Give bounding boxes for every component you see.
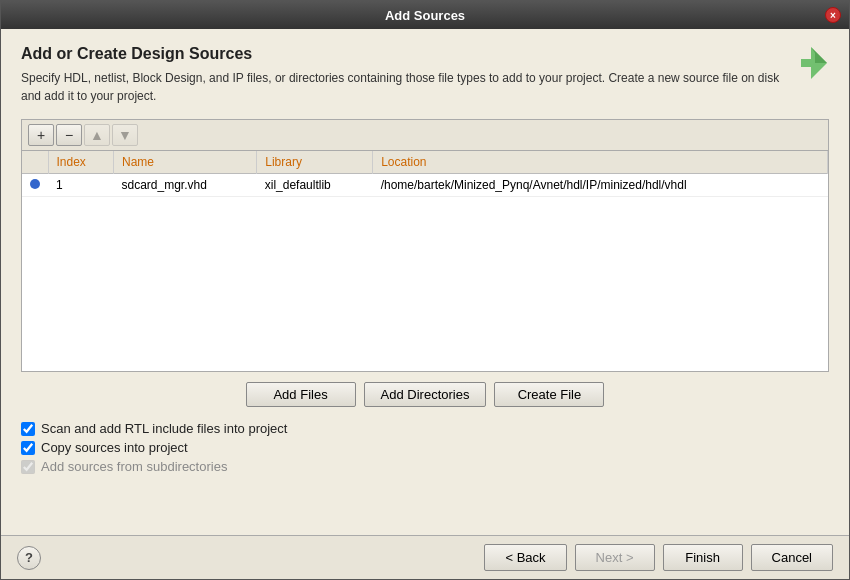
xilinx-logo: [793, 45, 829, 81]
move-up-button[interactable]: ▲: [84, 124, 110, 146]
add-source-button[interactable]: +: [28, 124, 54, 146]
header-text: Add or Create Design Sources Specify HDL…: [21, 45, 783, 105]
col-indicator: [22, 151, 48, 174]
create-file-button[interactable]: Create File: [494, 382, 604, 407]
scan-rtl-row: Scan and add RTL include files into proj…: [21, 421, 829, 436]
page-title: Add or Create Design Sources: [21, 45, 783, 63]
add-icon: +: [37, 127, 45, 143]
table-row[interactable]: 1sdcard_mgr.vhdxil_defaultlib/home/barte…: [22, 174, 828, 197]
add-files-button[interactable]: Add Files: [246, 382, 356, 407]
finish-label: Finish: [685, 550, 720, 565]
window: Add Sources × Add or Create Design Sourc…: [0, 0, 850, 580]
title-bar: Add Sources ×: [1, 1, 849, 29]
table-container: Index Name Library Location 1sdcard_mgr.…: [22, 151, 828, 371]
options-section: Scan and add RTL include files into proj…: [21, 417, 829, 482]
bottom-left: ?: [17, 546, 41, 570]
row-index: 1: [48, 174, 113, 197]
page-description: Specify HDL, netlist, Block Design, and …: [21, 69, 783, 105]
next-button[interactable]: Next >: [575, 544, 655, 571]
col-name: Name: [113, 151, 256, 174]
remove-icon: −: [65, 127, 73, 143]
row-library: xil_defaultlib: [257, 174, 373, 197]
action-buttons-row: Add Files Add Directories Create File: [21, 372, 829, 417]
add-files-label: Add Files: [273, 387, 327, 402]
remove-source-button[interactable]: −: [56, 124, 82, 146]
cancel-label: Cancel: [772, 550, 812, 565]
next-label: Next >: [596, 550, 634, 565]
row-dot: [30, 179, 40, 189]
row-location: /home/bartek/Minized_Pynq/Avnet/hdl/IP/m…: [373, 174, 828, 197]
col-library: Library: [257, 151, 373, 174]
copy-sources-label[interactable]: Copy sources into project: [41, 440, 188, 455]
create-file-label: Create File: [518, 387, 582, 402]
help-button[interactable]: ?: [17, 546, 41, 570]
sources-table: Index Name Library Location 1sdcard_mgr.…: [22, 151, 828, 197]
move-down-button[interactable]: ▼: [112, 124, 138, 146]
scan-rtl-label[interactable]: Scan and add RTL include files into proj…: [41, 421, 287, 436]
sources-table-section: + − ▲ ▼ Index Nam: [21, 119, 829, 372]
table-header-row: Index Name Library Location: [22, 151, 828, 174]
add-subdirs-label: Add sources from subdirectories: [41, 459, 227, 474]
close-button[interactable]: ×: [825, 7, 841, 23]
finish-button[interactable]: Finish: [663, 544, 743, 571]
up-icon: ▲: [90, 127, 104, 143]
add-directories-button[interactable]: Add Directories: [364, 382, 487, 407]
header-section: Add or Create Design Sources Specify HDL…: [21, 45, 829, 105]
close-icon: ×: [830, 10, 836, 21]
table-toolbar: + − ▲ ▼: [22, 120, 828, 151]
down-icon: ▼: [118, 127, 132, 143]
table-body: 1sdcard_mgr.vhdxil_defaultlib/home/barte…: [22, 174, 828, 197]
window-title: Add Sources: [385, 8, 465, 23]
copy-sources-row: Copy sources into project: [21, 440, 829, 455]
logo-svg: [793, 45, 829, 81]
content-area: Add or Create Design Sources Specify HDL…: [1, 29, 849, 535]
help-icon: ?: [25, 550, 33, 565]
add-subdirs-row: Add sources from subdirectories: [21, 459, 829, 474]
back-label: < Back: [505, 550, 545, 565]
add-directories-label: Add Directories: [381, 387, 470, 402]
scan-rtl-checkbox[interactable]: [21, 422, 35, 436]
col-location: Location: [373, 151, 828, 174]
col-index: Index: [48, 151, 113, 174]
bottom-right: < Back Next > Finish Cancel: [484, 544, 833, 571]
back-button[interactable]: < Back: [484, 544, 566, 571]
copy-sources-checkbox[interactable]: [21, 441, 35, 455]
bottom-bar: ? < Back Next > Finish Cancel: [1, 535, 849, 579]
cancel-button[interactable]: Cancel: [751, 544, 833, 571]
row-name: sdcard_mgr.vhd: [113, 174, 256, 197]
row-indicator: [22, 174, 48, 197]
add-subdirs-checkbox[interactable]: [21, 460, 35, 474]
